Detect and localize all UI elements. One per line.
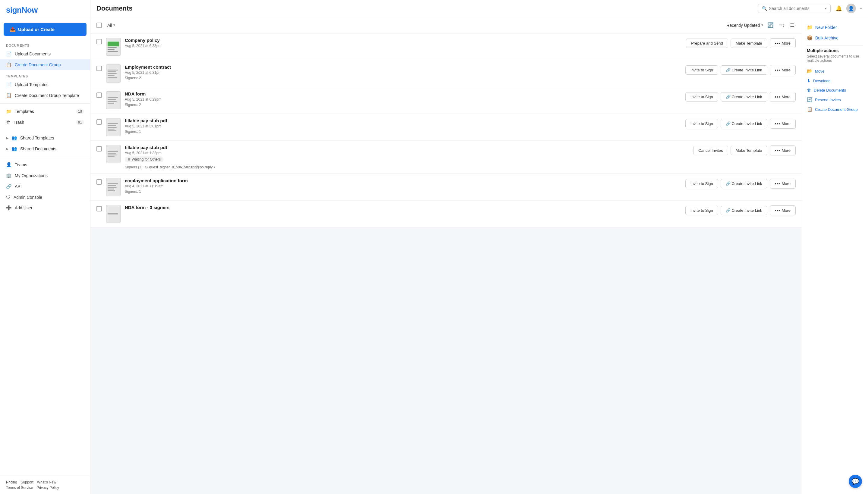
doc-info: NDA form Aug 5, 2021 at 6:29pm Signers: … — [125, 91, 681, 108]
chat-fab-button[interactable]: 💬 — [849, 475, 862, 488]
doc-checkbox[interactable] — [96, 206, 102, 211]
sidebar-item-shared-templates[interactable]: ▶ 👥 Shared Templates — [0, 133, 90, 144]
upload-create-button[interactable]: 📤 Upload or Create — [4, 23, 87, 36]
list-view-icon[interactable]: ☰ — [789, 21, 796, 30]
move-button[interactable]: 📂 Move — [807, 66, 863, 76]
doc-actions: Prepare and Send Make Template ••• More — [686, 38, 796, 48]
thumb-line — [108, 49, 114, 50]
cancel-invites-button[interactable]: Cancel Invites — [693, 146, 728, 155]
more-dots-icon: ••• — [775, 208, 781, 213]
doc-checkbox[interactable] — [96, 39, 102, 44]
doc-checkbox[interactable] — [96, 66, 102, 71]
sidebar-item-upload-templates[interactable]: 📄 Upload Templates — [0, 79, 90, 90]
search-input[interactable] — [769, 6, 823, 11]
create-invite-link-button[interactable]: 🔗 Create Invite Link — [721, 65, 767, 75]
sidebar-item-api[interactable]: 🔗 API — [0, 181, 90, 192]
whats-new-link[interactable]: What's New — [37, 480, 56, 484]
sidebar-item-label: Trash — [14, 120, 73, 125]
avatar[interactable]: 👤 — [846, 4, 856, 13]
sidebar-item-templates[interactable]: 📁 Templates 10 — [0, 106, 90, 117]
doc-date: Aug 4, 2021 at 11:19am — [125, 184, 681, 188]
privacy-link[interactable]: Privacy Policy — [36, 486, 59, 490]
create-invite-link-button[interactable]: 🔗 Create Invite Link — [721, 119, 767, 128]
invite-to-sign-button[interactable]: Invite to Sign — [685, 92, 718, 101]
doc-actions: Invite to Sign 🔗 Create Invite Link ••• … — [685, 178, 796, 189]
invite-to-sign-button[interactable]: Invite to Sign — [685, 206, 718, 215]
topbar: Documents 🔍 ▾ 🔔 👤 ▾ — [90, 0, 868, 17]
shared-templates-icon: 👥 — [12, 135, 17, 141]
filter-dropdown-chevron: ▾ — [113, 23, 115, 27]
signer-icon: ⊙ — [145, 165, 148, 169]
main-content: Documents 🔍 ▾ 🔔 👤 ▾ All ▾ — [90, 0, 868, 494]
create-invite-link-button[interactable]: 🔗 Create Invite Link — [721, 92, 767, 101]
sidebar-item-create-doc-group-template[interactable]: 📋 Create Document Group Template — [0, 90, 90, 101]
doc-actions: Invite to Sign 🔗 Create Invite Link ••• … — [685, 92, 796, 102]
delete-label: Delete Documents — [814, 88, 846, 93]
table-row: NDA form Aug 5, 2021 at 6:29pm Signers: … — [90, 87, 802, 114]
search-dropdown-icon[interactable]: ▾ — [825, 7, 827, 11]
thumb-line — [108, 185, 116, 186]
download-label: Download — [813, 79, 831, 83]
make-template-button[interactable]: Make Template — [731, 39, 767, 48]
filter-icon[interactable]: ≡↕ — [778, 21, 786, 30]
link-icon: 🔗 — [726, 208, 731, 213]
invite-to-sign-button[interactable]: Invite to Sign — [685, 65, 718, 75]
sidebar-item-create-document-group[interactable]: 📋 Create Document Group — [0, 59, 90, 70]
download-icon: ⬇ — [807, 78, 811, 83]
doc-name: Employment contract — [125, 64, 681, 70]
bulk-archive-button[interactable]: 📦 Bulk Archive — [807, 33, 863, 43]
more-button[interactable]: ••• More — [770, 178, 796, 189]
expand-icon: ▶ — [6, 136, 8, 140]
create-document-group-button[interactable]: 📋 Create Document Group — [807, 104, 863, 114]
download-button[interactable]: ⬇ Download — [807, 76, 863, 86]
terms-link[interactable]: Terms of Service — [6, 486, 33, 490]
sidebar-item-trash[interactable]: 🗑 Trash 81 — [0, 117, 90, 128]
support-link[interactable]: Support — [21, 480, 34, 484]
sidebar-item-shared-documents[interactable]: ▶ 👥 Shared Documents — [0, 144, 90, 154]
sidebar-item-upload-documents[interactable]: 📄 Upload Documents — [0, 49, 90, 59]
make-template-button[interactable]: Make Template — [731, 146, 767, 155]
refresh-icon[interactable]: 🔄 — [766, 21, 775, 30]
sidebar-item-teams[interactable]: 👤 Teams — [0, 159, 90, 170]
templates-section-label: TEMPLATES — [0, 70, 90, 79]
filter-all-dropdown[interactable]: All ▾ — [105, 22, 117, 29]
select-all-checkbox[interactable] — [96, 23, 102, 28]
pricing-link[interactable]: Pricing — [6, 480, 17, 484]
new-folder-button[interactable]: 📁 New Folder — [807, 22, 863, 33]
prepare-and-send-button[interactable]: Prepare and Send — [686, 39, 728, 48]
more-button[interactable]: ••• More — [770, 119, 796, 129]
signer-dropdown-icon[interactable]: ▾ — [214, 165, 215, 169]
more-button[interactable]: ••• More — [770, 38, 796, 48]
sidebar-item-my-organizations[interactable]: 🏢 My Organizations — [0, 170, 90, 181]
doc-thumbnail — [106, 91, 121, 109]
more-button[interactable]: ••• More — [770, 205, 796, 215]
delete-documents-button[interactable]: 🗑 Delete Documents — [807, 86, 863, 95]
notification-icon[interactable]: 🔔 — [835, 5, 842, 12]
thumb-line — [108, 51, 118, 52]
more-button[interactable]: ••• More — [770, 92, 796, 102]
doc-checkbox[interactable] — [96, 119, 102, 125]
more-button[interactable]: ••• More — [770, 65, 796, 75]
sidebar-item-add-user[interactable]: ➕ Add User — [0, 203, 90, 213]
resend-invites-button[interactable]: 🔄 Resend Invites — [807, 95, 863, 104]
sidebar-item-admin-console[interactable]: 🛡 Admin Console — [0, 192, 90, 203]
avatar-dropdown[interactable]: ▾ — [860, 7, 862, 11]
doc-date: Aug 5, 2021 at 6:29pm — [125, 97, 681, 101]
signer-info: Signers (1): ⊙ guest_signer_815961582322… — [125, 165, 689, 169]
more-button[interactable]: ••• More — [770, 146, 796, 155]
doc-checkbox[interactable] — [96, 93, 102, 98]
create-invite-link-button[interactable]: 🔗 Create Invite Link — [721, 179, 767, 188]
doc-checkbox[interactable] — [96, 179, 102, 185]
doc-thumbnail — [106, 118, 121, 136]
invite-to-sign-button[interactable]: Invite to Sign — [685, 119, 718, 128]
thumb-line — [108, 101, 117, 102]
doc-info: fillable pay stub pdf Aug 5, 2021 at 3:0… — [125, 118, 681, 135]
doc-info: NDA form - 3 signers — [125, 205, 681, 211]
create-invite-link-button[interactable]: 🔗 Create Invite Link — [721, 206, 767, 215]
sort-dropdown[interactable]: Recently Updated ▾ — [726, 23, 763, 28]
doc-thumbnail — [106, 38, 121, 56]
sidebar: signNow 📤 Upload or Create DOCUMENTS 📄 U… — [0, 0, 90, 494]
link-icon: 🔗 — [726, 181, 731, 186]
doc-checkbox[interactable] — [96, 146, 102, 152]
invite-to-sign-button[interactable]: Invite to Sign — [685, 179, 718, 188]
